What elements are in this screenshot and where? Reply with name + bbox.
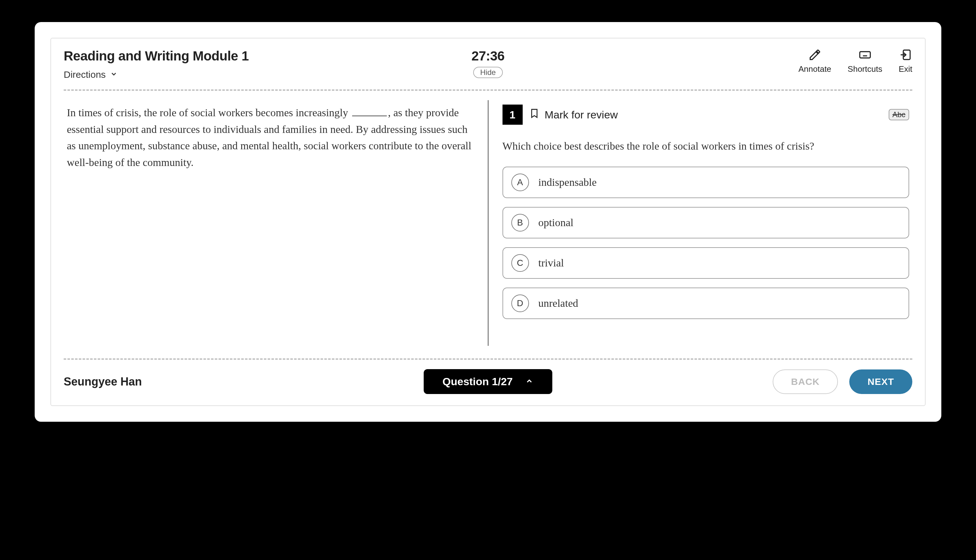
header-right: Annotate Shortcuts Exit [520,48,912,74]
question-number: 1 [503,105,523,125]
keyboard-icon [859,48,871,62]
choice-text: optional [538,217,573,229]
next-button[interactable]: NEXT [849,370,912,394]
passage-text-pre: In times of crisis, the role of social w… [67,107,351,118]
exit-icon [899,48,912,62]
shortcuts-label: Shortcuts [848,64,882,74]
choice-letter: C [511,254,529,272]
annotate-label: Annotate [799,64,831,74]
passage-pane: In times of crisis, the role of social w… [64,100,488,346]
test-panel: Reading and Writing Module 1 Directions … [50,38,926,406]
choice-text: trivial [538,257,564,269]
module-title: Reading and Writing Module 1 [64,48,456,63]
back-button[interactable]: BACK [773,370,838,394]
svg-rect-0 [860,52,870,58]
answer-choice-a[interactable]: A indispensable [503,167,909,198]
choice-letter: B [511,214,529,232]
question-indicator-label: Question 1/27 [443,375,513,388]
directions-toggle[interactable]: Directions [64,69,118,80]
student-name: Seungyee Han [64,375,424,388]
exit-tool[interactable]: Exit [899,48,912,74]
header: Reading and Writing Module 1 Directions … [51,38,925,86]
test-window: Reading and Writing Module 1 Directions … [35,22,941,422]
footer-nav: BACK NEXT [552,370,912,394]
question-indicator-button[interactable]: Question 1/27 [424,369,553,394]
header-center: 27:36 Hide [456,48,520,78]
answer-choices: A indispensable B optional C trivial D u… [503,167,909,319]
answer-choice-c[interactable]: C trivial [503,247,909,279]
question-header: 1 Mark for review Abc [503,105,909,125]
answer-choice-d[interactable]: D unrelated [503,288,909,319]
chevron-up-icon [525,375,533,388]
mark-for-review-toggle[interactable]: Mark for review [529,108,618,121]
question-prompt: Which choice best describes the role of … [503,138,909,154]
answer-choice-b[interactable]: B optional [503,207,909,238]
chevron-down-icon [110,69,118,80]
body: In times of crisis, the role of social w… [51,91,925,355]
pencil-icon [809,48,821,62]
mark-for-review-label: Mark for review [545,109,618,121]
choice-letter: A [511,173,529,191]
footer: Seungyee Han Question 1/27 BACK NEXT [51,360,925,405]
shortcuts-tool[interactable]: Shortcuts [848,48,882,74]
directions-label: Directions [64,69,105,80]
cursor-icon [598,501,605,510]
choice-text: unrelated [538,297,578,309]
bookmark-icon [529,108,540,121]
timer: 27:36 [471,48,505,63]
question-pane: 1 Mark for review Abc Which choice best … [489,100,912,346]
exit-label: Exit [899,64,912,74]
cross-out-toggle[interactable]: Abc [889,109,909,120]
annotate-tool[interactable]: Annotate [799,48,831,74]
passage-blank [352,116,387,116]
header-left: Reading and Writing Module 1 Directions [64,48,456,80]
hide-timer-button[interactable]: Hide [473,67,503,78]
choice-letter: D [511,295,529,312]
choice-text: indispensable [538,177,597,188]
